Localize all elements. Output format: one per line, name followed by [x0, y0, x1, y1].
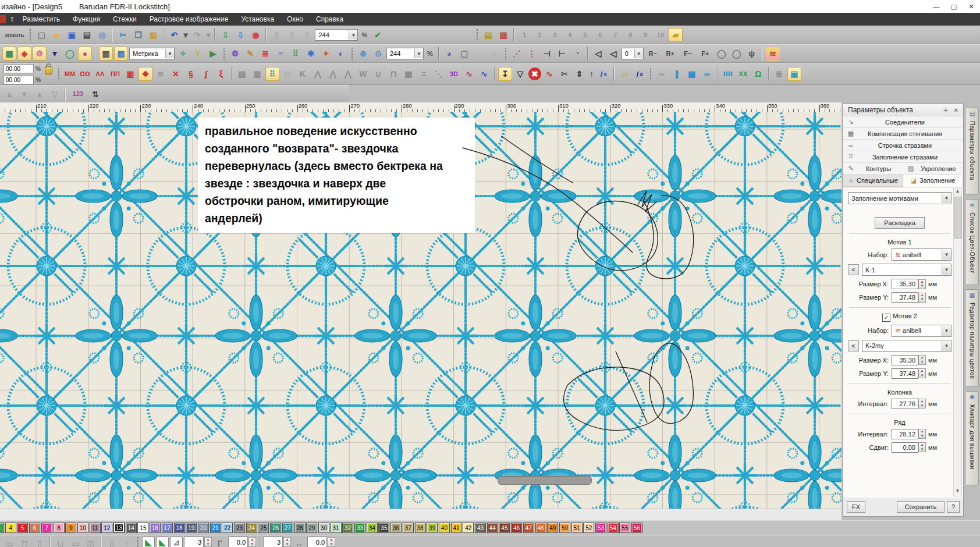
speed-2-icon[interactable]: 2 [532, 28, 546, 42]
side-tab-clipart[interactable]: ❁Клипарт для вышивки [966, 391, 979, 485]
read-machine-icon[interactable]: ⇩ [218, 28, 232, 42]
color-chip-5[interactable]: 5 [17, 523, 28, 533]
speed-1-icon[interactable]: 1 [517, 28, 531, 42]
web-design-icon[interactable]: ◉ [248, 28, 262, 42]
zoom-combo-2[interactable]: 244▼ [386, 48, 424, 59]
save-button[interactable]: Сохранить [897, 501, 945, 513]
notes-to-stitches-icon[interactable]: ▤ [481, 28, 495, 42]
undo-dropdown-icon[interactable]: ▾ [182, 28, 189, 42]
underlay-peak3-icon[interactable]: ⋀ [341, 67, 355, 81]
show-stitches-icon[interactable]: ◕ [442, 47, 456, 61]
repeat-x-field-spinner[interactable]: ▲▼ [204, 537, 212, 547]
scroll-thumb[interactable] [954, 197, 962, 239]
design-canvas[interactable]: правильное поведение искусственносозданн… [0, 112, 841, 509]
measure-icon[interactable]: ⊣ [540, 47, 554, 61]
motif1-size-y-input[interactable]: 37.48 [892, 292, 918, 303]
h-arrow-icon[interactable]: ↔ [292, 537, 306, 547]
stamp-icon[interactable]: ✦ [319, 47, 333, 61]
panel-row-2[interactable]: ▦Компенсация стягивания [843, 128, 963, 140]
color-chip-48[interactable]: 48 [535, 523, 546, 533]
motif-ornament3-icon[interactable]: ξ [214, 67, 228, 81]
satin-dense-icon[interactable]: ▥ [123, 67, 137, 81]
color-chip-27[interactable]: 27 [282, 523, 293, 533]
satin-peak-icon[interactable]: ΛΛ [93, 67, 107, 81]
canvas-h-scrollbar-thumb[interactable] [498, 476, 592, 485]
resequence-icon[interactable]: ✎ [243, 47, 257, 61]
frame-out-icon[interactable]: ▯ [33, 537, 47, 547]
grid-icon[interactable]: ▦ [99, 47, 113, 61]
side-tab-palette-editor[interactable]: ▦Редактор палитры цветов [966, 289, 979, 387]
color-chip-25[interactable]: 25 [258, 523, 269, 533]
color-chip-28[interactable]: 28 [294, 523, 306, 533]
color-chip-36[interactable]: 36 [390, 523, 402, 533]
stitch-updown-icon[interactable]: ⇕ [573, 67, 587, 81]
color-chip-49[interactable]: 49 [547, 523, 558, 533]
color-chip-55[interactable]: 55 [619, 523, 630, 533]
layout-button[interactable]: Раскладка [875, 217, 925, 229]
speed-7-icon[interactable]: 7 [608, 28, 622, 42]
fx-icon[interactable]: ƒx [596, 67, 610, 81]
tab-заполнение[interactable]: ◪Заполнение [903, 175, 963, 187]
flip-minus-icon[interactable]: F− [680, 47, 696, 61]
underlay-peak1-icon[interactable]: ⋀ [311, 67, 325, 81]
color-chip-23[interactable]: 23 [234, 523, 245, 533]
menu-item-3[interactable]: Стежки [106, 13, 143, 26]
motif1-size-y-spinner[interactable]: ▲▼ [918, 293, 926, 303]
repeat-k2-icon[interactable]: ◣ [156, 537, 169, 547]
satin-u-icon[interactable]: ΩΩ [78, 67, 92, 81]
color-chip-16[interactable]: 16 [150, 523, 161, 533]
quilt-layers-icon[interactable]: ≣ [772, 67, 786, 81]
eraser-icon[interactable]: ▱ [617, 67, 631, 81]
motif1-back-button[interactable]: < [848, 264, 859, 275]
fx-edit-icon[interactable]: ƒx [633, 67, 647, 81]
align-bottom-edge-icon[interactable]: ▽ [48, 87, 62, 101]
spacing-x-field[interactable]: 0.0 [228, 537, 248, 547]
color-chip-35[interactable]: 35 [378, 523, 389, 533]
undo-icon[interactable]: ↶ [167, 28, 181, 42]
background-view-icon[interactable]: ▩ [2, 47, 16, 61]
panel-row-3[interactable]: ∞Строчка стразами [843, 140, 963, 151]
motif2-checkbox[interactable]: ✓ [882, 314, 890, 322]
shift-input[interactable]: 0.00 [892, 442, 918, 453]
column-interval-spinner[interactable]: ▲▼ [918, 399, 926, 409]
motif1-size-x-spinner[interactable]: ▲▼ [918, 279, 926, 289]
kaleidoscope-icon[interactable]: ψ [745, 47, 759, 61]
artwork-view-icon[interactable]: ❁ [33, 47, 47, 61]
show-all-icon[interactable]: ○ [488, 47, 502, 61]
color-chip-7[interactable]: 7 [41, 523, 52, 533]
repeat-y-field-spinner[interactable]: ▲▼ [283, 537, 291, 547]
trim-icon[interactable]: ∿ [542, 67, 556, 81]
units-combo[interactable]: Метрика▼ [129, 48, 175, 59]
color-chip-8[interactable]: 8 [54, 523, 65, 533]
grid-reference-icon[interactable]: ▦ [114, 47, 128, 61]
fill-wave-icon[interactable]: W [280, 67, 294, 81]
loops-blue-icon[interactable]: ∞ [700, 67, 714, 81]
color-chip-11[interactable]: 11 [90, 523, 101, 533]
color-chip-10[interactable]: 10 [77, 523, 88, 533]
color-chip-51[interactable]: 51 [571, 523, 583, 533]
design-properties-icon[interactable]: ✔ [371, 28, 385, 42]
protractor-icon[interactable]: ◔ [570, 47, 584, 61]
shapes-view-icon[interactable]: ◆ [17, 47, 31, 61]
color-chip-42[interactable]: 42 [463, 523, 474, 533]
rotate-minus-icon[interactable]: R− [645, 47, 661, 61]
close-button[interactable]: ✕ [963, 0, 980, 13]
order-spinner-icon[interactable]: ⇅ [88, 87, 102, 101]
write-card-icon[interactable]: ⇧ [300, 28, 314, 42]
fill-type-combo[interactable]: Заполнение мотивами ▼ [848, 192, 951, 204]
panel-row-1[interactable]: ↘Соединители [843, 116, 963, 128]
stitch-angle-icon[interactable]: ⋰ [510, 47, 524, 61]
motif-lattice-icon[interactable]: ✕ [169, 67, 183, 81]
color-film-icon[interactable]: ≣ [258, 47, 272, 61]
redo-icon[interactable]: ↷ [190, 28, 204, 42]
color-chip-24[interactable]: 24 [246, 523, 257, 533]
motif1-size-x-input[interactable]: 35.30 [892, 279, 918, 289]
speed-9-icon[interactable]: 9 [638, 28, 652, 42]
save-icon[interactable]: ▣ [65, 28, 79, 42]
underlay-peak2-icon[interactable]: ⋀ [326, 67, 340, 81]
color-chip-14[interactable]: 14 [126, 523, 137, 533]
menu-item-6[interactable]: Окно [280, 13, 310, 26]
color-chip-21[interactable]: 21 [210, 523, 221, 533]
reinforce-button[interactable]: ▨Укрепление [903, 163, 963, 175]
scroll-down-icon[interactable]: ▼ [954, 488, 961, 496]
